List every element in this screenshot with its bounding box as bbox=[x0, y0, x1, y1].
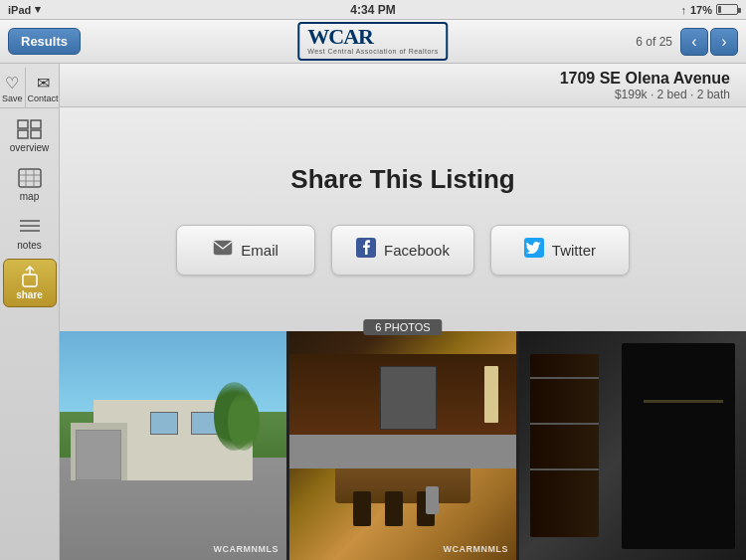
envelope-icon: ✉ bbox=[37, 74, 50, 93]
save-label: Save bbox=[2, 93, 23, 103]
facebook-label: Facebook bbox=[384, 242, 450, 259]
top-nav: Results WCAR West Central Association of… bbox=[0, 20, 746, 64]
listing-address: 1709 SE Olena Avenue $199k · 2 bed · 2 b… bbox=[560, 70, 730, 101]
next-button[interactable]: › bbox=[710, 28, 738, 56]
overview-label: overview bbox=[10, 142, 49, 153]
svg-rect-8 bbox=[23, 275, 37, 286]
svg-rect-9 bbox=[214, 241, 232, 255]
sidebar-item-share[interactable]: share bbox=[3, 259, 57, 307]
contact-button[interactable]: ✉ Contact bbox=[26, 68, 61, 107]
logo-area: WCAR West Central Association of Realtor… bbox=[297, 22, 448, 60]
twitter-icon bbox=[524, 238, 544, 263]
map-label: map bbox=[20, 191, 39, 202]
svg-rect-3 bbox=[31, 130, 41, 138]
wifi-icon: ▾ bbox=[35, 3, 41, 16]
share-buttons: Email Facebook bbox=[176, 225, 630, 276]
svg-rect-1 bbox=[31, 120, 41, 128]
save-contact-bar: ♡ Save ✉ Contact bbox=[0, 68, 59, 108]
photo-room[interactable] bbox=[519, 331, 746, 560]
save-button[interactable]: ♡ Save bbox=[0, 68, 26, 107]
watermark-2: WCARMNMLS bbox=[444, 544, 509, 554]
svg-rect-0 bbox=[18, 120, 28, 128]
share-label: share bbox=[16, 289, 43, 300]
email-label: Email bbox=[241, 242, 279, 259]
photo-kitchen[interactable]: WCARMNMLS bbox=[289, 331, 519, 560]
notes-icon bbox=[15, 216, 45, 238]
listing-info-bar: 1709 SE Olena Avenue $199k · 2 bed · 2 b… bbox=[60, 64, 746, 107]
nav-arrows: ‹ › bbox=[680, 28, 738, 56]
status-bar: iPad ▾ 4:34 PM ↑ 17% bbox=[0, 0, 746, 20]
logo-container: WCAR West Central Association of Realtor… bbox=[297, 22, 448, 60]
battery-indicator bbox=[716, 4, 738, 15]
address-line: 1709 SE Olena Avenue bbox=[560, 70, 730, 88]
sidebar: ♡ Save ✉ Contact overview bbox=[0, 64, 60, 560]
notes-label: notes bbox=[17, 240, 41, 251]
facebook-icon bbox=[356, 238, 376, 263]
signal-icon: ↑ bbox=[680, 4, 686, 16]
content-area: 1709 SE Olena Avenue $199k · 2 bed · 2 b… bbox=[60, 64, 746, 560]
photos-label: 6 PHOTOS bbox=[363, 319, 442, 335]
battery-label: 17% bbox=[690, 4, 712, 16]
share-panel: Share This Listing Email bbox=[60, 107, 746, 331]
logo-sub: West Central Association of Realtors bbox=[307, 48, 438, 56]
email-icon bbox=[213, 240, 233, 261]
photo-house[interactable]: WCARMNMLS bbox=[60, 331, 289, 560]
svg-rect-4 bbox=[19, 169, 41, 187]
status-right: ↑ 17% bbox=[680, 4, 738, 16]
main-content: ♡ Save ✉ Contact overview bbox=[0, 64, 746, 560]
contact-label: Contact bbox=[28, 93, 59, 103]
share-icon bbox=[15, 266, 45, 287]
photos-section: 6 PHOTOS WCA bbox=[60, 331, 746, 560]
status-left: iPad ▾ bbox=[8, 3, 41, 16]
heart-icon: ♡ bbox=[5, 74, 19, 93]
listing-details: $199k · 2 bed · 2 bath bbox=[560, 88, 730, 101]
sidebar-item-map[interactable]: map bbox=[3, 161, 57, 208]
facebook-share-button[interactable]: Facebook bbox=[331, 225, 474, 276]
listing-counter: 6 of 25 bbox=[636, 35, 672, 49]
sidebar-item-overview[interactable]: overview bbox=[3, 112, 57, 159]
watermark-1: WCARMNMLS bbox=[214, 544, 280, 554]
share-title: Share This Listing bbox=[290, 164, 514, 195]
twitter-label: Twitter bbox=[552, 242, 596, 259]
carrier-label: iPad bbox=[8, 4, 31, 16]
nav-right: 6 of 25 ‹ › bbox=[636, 28, 738, 56]
overview-icon bbox=[15, 118, 45, 140]
email-share-button[interactable]: Email bbox=[176, 225, 315, 276]
status-time: 4:34 PM bbox=[350, 3, 395, 17]
map-icon bbox=[15, 167, 45, 189]
logo-text: WCAR bbox=[307, 26, 438, 48]
svg-rect-2 bbox=[18, 130, 28, 138]
twitter-share-button[interactable]: Twitter bbox=[490, 225, 630, 276]
sidebar-item-notes[interactable]: notes bbox=[3, 210, 57, 257]
results-button[interactable]: Results bbox=[8, 28, 81, 55]
prev-button[interactable]: ‹ bbox=[680, 28, 708, 56]
